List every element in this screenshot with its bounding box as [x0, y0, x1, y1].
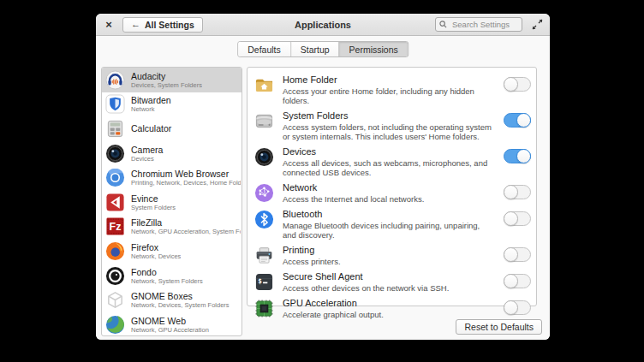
back-arrow-icon: ←: [131, 20, 140, 29]
toggle-switch[interactable]: [504, 211, 531, 226]
permission-row: System Folders Access system folders, no…: [254, 110, 531, 141]
bluetooth-icon: [254, 210, 274, 229]
toggle-switch[interactable]: [504, 113, 531, 128]
permission-row: GPU Acceleration Accelerate graphical ou…: [254, 298, 531, 319]
app-list-item[interactable]: Firefox Network, Devices: [102, 239, 242, 264]
permission-row: Printing Access printers.: [254, 245, 531, 266]
app-list-item[interactable]: Bitwarden Network: [102, 92, 242, 117]
app-list-item[interactable]: GNOME Web Network, GPU Acceleration: [102, 312, 242, 336]
app-name: GNOME Web: [131, 316, 209, 326]
app-list-item[interactable]: Calculator: [102, 116, 242, 141]
reset-to-defaults-button[interactable]: Reset to Defaults: [456, 319, 542, 335]
toggle-knob: [504, 77, 518, 92]
app-granted-permissions: Network, System Folders: [131, 277, 203, 285]
search-field[interactable]: [435, 17, 522, 32]
printer-icon: [254, 246, 274, 265]
app-list-item[interactable]: Fz FileZilla Network, GPU Acceleration, …: [102, 215, 242, 240]
app-name: Bitwarden: [131, 95, 171, 105]
toggle-switch[interactable]: [504, 247, 531, 262]
audacity-icon: [105, 70, 125, 90]
svg-text:$: $: [258, 277, 262, 285]
app-list: Audacity Devices, System Folders Bitward…: [101, 67, 242, 336]
toggle-switch[interactable]: [504, 77, 531, 92]
app-name: Camera: [131, 145, 163, 155]
app-granted-permissions: Network, Devices: [131, 252, 181, 260]
app-granted-permissions: Network, Devices, System Folders: [131, 301, 230, 309]
chromium-icon: [105, 168, 125, 187]
firefox-icon: [105, 241, 125, 261]
permissions-panel: Home Folder Access your entire Home fold…: [247, 67, 537, 306]
search-icon: [439, 21, 447, 28]
network-icon: [254, 183, 274, 203]
app-name: Audacity: [131, 71, 202, 81]
content-area: DefaultsStartupPermissions Audacity Devi…: [96, 36, 550, 340]
all-settings-button[interactable]: ← All Settings: [122, 17, 203, 33]
system-folders-icon: [254, 111, 274, 131]
app-name: Calculator: [131, 123, 171, 134]
permission-row: Bluetooth Manage Bluetooth devices inclu…: [254, 209, 531, 240]
app-name: FileZilla: [131, 217, 241, 228]
calculator-icon: [105, 119, 125, 139]
evince-icon: [105, 193, 125, 212]
permission-description: Access your entire Home folder, includin…: [283, 86, 495, 105]
toggle-knob: [504, 211, 518, 226]
permission-title: Printing: [283, 245, 495, 256]
toggle-switch[interactable]: [504, 185, 531, 199]
toggle-switch[interactable]: [504, 274, 531, 288]
tab-permissions[interactable]: Permissions: [339, 42, 408, 56]
toggle-knob: [504, 185, 518, 199]
app-list-item[interactable]: Fondo Network, System Folders: [102, 264, 242, 288]
tab-startup[interactable]: Startup: [290, 42, 339, 56]
toggle-knob: [504, 247, 518, 262]
permission-title: Devices: [283, 146, 495, 157]
permission-title: GPU Acceleration: [283, 298, 495, 309]
app-list-item[interactable]: Audacity Devices, System Folders: [102, 68, 242, 92]
permission-title: Bluetooth: [283, 209, 495, 220]
app-name: GNOME Boxes: [131, 291, 230, 301]
close-button[interactable]: ×: [102, 18, 116, 32]
permission-title: Network: [283, 182, 495, 193]
permission-row: Devices Access all devices, such as webc…: [254, 146, 531, 177]
view-tabs: DefaultsStartupPermissions: [237, 41, 408, 57]
app-granted-permissions: Network: [131, 105, 171, 113]
toggle-knob: [504, 300, 518, 315]
gpu-chip-icon: [254, 299, 274, 318]
toggle-switch[interactable]: [504, 149, 531, 163]
permission-row: $ Secure Shell Agent Access other device…: [254, 271, 531, 293]
permission-description: Manage Bluetooth devices including pairi…: [283, 221, 495, 240]
svg-text:Fz: Fz: [110, 222, 122, 234]
terminal-icon: $: [254, 272, 274, 292]
permission-description: Access system folders, not including the…: [283, 122, 495, 141]
camera-lens-icon: [254, 147, 274, 167]
filezilla-icon: Fz: [105, 217, 125, 236]
app-list-item[interactable]: Camera Devices: [102, 141, 242, 166]
app-granted-permissions: Devices: [131, 155, 163, 163]
permission-description: Access other devices on the network via …: [283, 283, 495, 293]
toggle-knob: [516, 149, 531, 163]
permission-row: Home Folder Access your entire Home fold…: [254, 74, 531, 105]
permission-description: Access printers.: [283, 257, 495, 266]
maximize-icon[interactable]: [532, 19, 543, 30]
app-name: Chromium Web Browser: [131, 169, 241, 179]
app-list-item[interactable]: Evince System Folders: [102, 190, 242, 215]
app-granted-permissions: Devices, System Folders: [131, 81, 202, 89]
fondo-icon: [105, 266, 125, 286]
toggle-knob: [516, 113, 531, 128]
settings-window: × ← All Settings Applications DefaultsSt…: [96, 14, 550, 340]
camera-lens-icon: [105, 144, 125, 163]
headerbar: × ← All Settings Applications: [96, 14, 550, 36]
tab-defaults[interactable]: Defaults: [238, 42, 290, 56]
permission-description: Access all devices, such as webcams, mic…: [283, 158, 495, 177]
app-granted-permissions: Network, GPU Acceleration, System Fo…: [131, 228, 241, 235]
all-settings-label: All Settings: [145, 20, 194, 30]
gnome-boxes-icon: [105, 290, 125, 310]
toggle-switch[interactable]: [504, 300, 531, 315]
app-name: Fondo: [131, 267, 203, 277]
app-granted-permissions: Printing, Network, Devices, Home Folder: [131, 179, 241, 187]
permission-title: Home Folder: [283, 74, 495, 86]
permission-row: Network Access the Internet and local ne…: [254, 182, 531, 204]
app-list-item[interactable]: Chromium Web Browser Printing, Network, …: [102, 165, 242, 190]
gnome-web-icon: [105, 315, 125, 335]
app-list-item[interactable]: GNOME Boxes Network, Devices, System Fol…: [102, 288, 242, 312]
search-input[interactable]: [450, 19, 518, 30]
